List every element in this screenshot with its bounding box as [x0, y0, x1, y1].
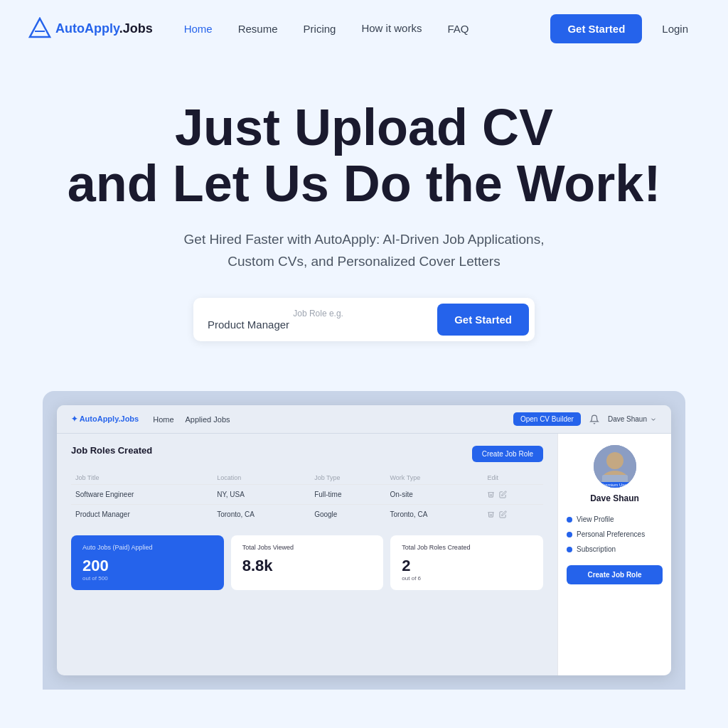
dashboard-main: Job Roles Created Create Job Role Job Ti…: [57, 434, 557, 675]
premium-badge: Premium User: [598, 482, 631, 488]
nav-link-resume[interactable]: Resume: [227, 17, 289, 41]
dashboard-user[interactable]: Dave Shaun: [608, 415, 657, 423]
row1-location: NY, USA: [213, 485, 310, 505]
trash-icon[interactable]: [487, 510, 495, 518]
dashboard-inner: ✦ AutoApply.Jobs Home Applied Jobs Open …: [57, 405, 671, 675]
edit-icon[interactable]: [499, 491, 507, 498]
stat-card-applied: Auto Jobs (Paid) Applied 200 out of 500: [71, 535, 224, 590]
profile-name: Dave Shaun: [590, 493, 639, 503]
svg-point-3: [606, 452, 623, 469]
chevron-down-icon: [650, 416, 657, 423]
logo-icon: [28, 17, 51, 40]
bell-icon: [589, 414, 599, 424]
dashboard-cv-button[interactable]: Open CV Builder: [513, 412, 581, 426]
stat-viewed-label: Total Jobs Viewed: [242, 544, 373, 551]
hero-title: Just Upload CV and Let Us Do the Work!: [28, 100, 700, 212]
nav-link-home[interactable]: Home: [173, 17, 224, 41]
job-roles-title: Job Roles Created: [71, 445, 152, 456]
profile-panel: Premium User Dave Shaun View Profile Per…: [557, 434, 671, 675]
avatar-image: [594, 445, 636, 488]
nav-link-faq[interactable]: FAQ: [436, 17, 480, 41]
stat-created-sub: out of 6: [402, 575, 532, 582]
row2-location: Toronto, CA: [213, 505, 310, 525]
create-job-role-button[interactable]: Create Job Role: [472, 446, 543, 462]
row1-worktype: On-site: [386, 485, 483, 505]
hero-section: Just Upload CV and Let Us Do the Work! G…: [0, 57, 728, 377]
nav-link-pricing[interactable]: Pricing: [292, 17, 348, 41]
logo[interactable]: AutoApply.Jobs: [28, 17, 153, 40]
profile-create-job-button[interactable]: Create Job Role: [567, 565, 663, 584]
trash-icon[interactable]: [487, 491, 495, 498]
dashboard-nav-home[interactable]: Home: [153, 415, 173, 424]
row2-title: Product Manager: [71, 505, 213, 525]
row2-edit[interactable]: [483, 505, 543, 525]
navbar: AutoApply.Jobs Home Resume Pricing How i…: [0, 0, 728, 57]
stat-applied-label: Auto Jobs (Paid) Applied: [82, 544, 213, 551]
edit-icon[interactable]: [499, 510, 507, 518]
row1-edit[interactable]: [483, 485, 543, 505]
row1-jobtype: Full-time: [310, 485, 385, 505]
col-location: Location: [213, 471, 310, 485]
stat-viewed-value: 8.8k: [242, 557, 373, 575]
dashboard-preview: ✦ AutoApply.Jobs Home Applied Jobs Open …: [43, 391, 685, 690]
row2-worktype: Toronto, CA: [386, 505, 483, 525]
row1-title: Software Engineer: [71, 485, 213, 505]
dashboard-logo: ✦ AutoApply.Jobs: [71, 414, 139, 424]
nav-links: Home Resume Pricing How it works FAQ: [173, 16, 540, 41]
col-work-type: Work Type: [386, 471, 483, 485]
dashboard-nav-right: Open CV Builder Dave Shaun: [513, 412, 657, 426]
job-roles-table: Job Title Location Job Type Work Type Ed…: [71, 471, 543, 524]
dot-icon: [567, 532, 572, 537]
stat-applied-value: 200: [82, 557, 213, 575]
profile-menu-viewprofile[interactable]: View Profile: [567, 512, 663, 527]
profile-menu-subscription[interactable]: Subscription: [567, 542, 663, 557]
stat-created-label: Total Job Roles Created: [402, 544, 532, 551]
stats-row: Auto Jobs (Paid) Applied 200 out of 500 …: [71, 535, 543, 590]
table-row: Software Engineer NY, USA Full-time On-s…: [71, 485, 543, 505]
col-edit: Edit: [483, 471, 543, 485]
search-bar: Job Role e.g. Get Started: [193, 298, 535, 341]
nav-getstarted-button[interactable]: Get Started: [550, 14, 642, 43]
table-row: Product Manager Toronto, CA Google Toron…: [71, 505, 543, 525]
stat-card-viewed: Total Jobs Viewed 8.8k: [231, 535, 384, 590]
search-label: Job Role e.g.: [208, 309, 429, 318]
profile-menu-preferences[interactable]: Personal Preferences: [567, 527, 663, 542]
col-job-title: Job Title: [71, 471, 213, 485]
col-job-type: Job Type: [310, 471, 385, 485]
dashboard-nav-applied[interactable]: Applied Jobs: [186, 415, 230, 424]
dot-icon: [567, 517, 572, 523]
nav-login-link[interactable]: Login: [651, 17, 700, 41]
search-input[interactable]: [208, 318, 429, 331]
stat-card-created: Total Job Roles Created 2 out of 6: [390, 535, 543, 590]
nav-link-howitworks[interactable]: How it works: [350, 16, 433, 41]
stat-created-value: 2: [402, 557, 532, 575]
svg-marker-0: [30, 18, 50, 37]
search-input-wrap: Job Role e.g.: [208, 309, 429, 331]
dashboard-content: Job Roles Created Create Job Role Job Ti…: [57, 434, 671, 675]
stat-applied-sub: out of 500: [82, 575, 213, 582]
dot-icon: [567, 547, 572, 552]
search-getstarted-button[interactable]: Get Started: [437, 304, 529, 336]
row2-jobtype: Google: [310, 505, 385, 525]
hero-subtitle: Get Hired Faster with AutoApply: AI-Driv…: [165, 229, 563, 272]
dashboard-navbar: ✦ AutoApply.Jobs Home Applied Jobs Open …: [57, 405, 671, 434]
avatar: Premium User: [594, 445, 636, 488]
logo-text: AutoApply.Jobs: [55, 21, 153, 36]
